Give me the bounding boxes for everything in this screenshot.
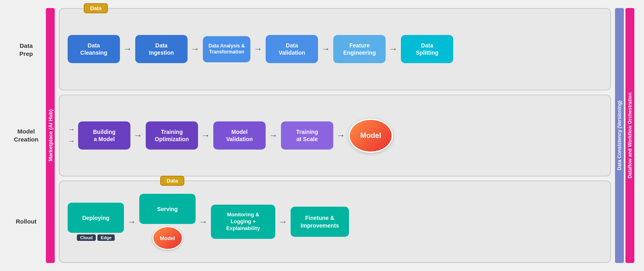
deploying-wrapper: Deploying Cloud Edge xyxy=(68,203,124,241)
model-ellipse-rollout: Model xyxy=(153,226,183,250)
edge-badge: Edge xyxy=(97,234,115,241)
data-badge-prep: Data xyxy=(84,3,108,13)
model-creation-row: → → Buildinga Model → TrainingOptimizati… xyxy=(59,94,611,177)
arrow-9: → xyxy=(336,130,345,141)
arrow-2: → xyxy=(191,44,200,54)
versioning-label: Data Consistency (Versioning) xyxy=(617,101,622,170)
step-data-ingestion: DataIngestion xyxy=(135,35,188,63)
left-labels: Data Prep Model Creation Rollout xyxy=(8,5,44,266)
step-model-validation: ModelValidation xyxy=(213,121,266,150)
data-badge-rollout: Data xyxy=(160,176,184,186)
model-ellipse-creation: Model xyxy=(349,119,393,153)
step-training-scale: Trainingat Scale xyxy=(281,121,333,150)
arrow-4: → xyxy=(321,44,330,54)
label-model-creation: Model Creation xyxy=(8,94,44,176)
arrow-in-top: → xyxy=(68,125,75,134)
arrow-in-bottom: → xyxy=(68,137,75,146)
arrow-5: → xyxy=(389,44,398,54)
step-building-model: Buildinga Model xyxy=(78,121,130,150)
arrow-8: → xyxy=(269,130,278,141)
double-arrow-in: → → xyxy=(68,125,75,146)
deploy-badges: Cloud Edge xyxy=(77,234,115,241)
arrow-7: → xyxy=(201,130,210,141)
rollout-row: Data Deploying Cloud Edge → Serving Mode… xyxy=(59,181,611,263)
label-data-prep: Data Prep xyxy=(8,9,44,90)
step-deploying: Deploying xyxy=(68,203,124,233)
data-prep-row: Data DataCleansing → DataIngestion → Dat… xyxy=(59,8,611,90)
versioning-bar: Data Consistency (Versioning) xyxy=(615,8,624,263)
orchestration-bar: Dataflow and Workflow Orchestration xyxy=(625,8,634,263)
arrow-3: → xyxy=(254,44,262,54)
right-bars: Data Consistency (Versioning) Dataflow a… xyxy=(615,8,634,263)
marketplace-label: Marketplace (AI Hub) xyxy=(47,109,54,161)
step-data-validation: DataValidation xyxy=(266,35,318,63)
step-data-cleansing: DataCleansing xyxy=(68,35,120,63)
cloud-badge: Cloud xyxy=(77,234,96,241)
step-finetune: Finetune &Improvements xyxy=(291,207,349,237)
step-data-splitting: DataSplitting xyxy=(401,35,453,63)
serving-wrapper: Serving Model xyxy=(139,194,196,250)
marketplace-bar: Marketplace (AI Hub) xyxy=(46,8,55,263)
center-content: Data DataCleansing → DataIngestion → Dat… xyxy=(56,5,613,266)
arrow-11: → xyxy=(199,217,208,227)
step-monitoring: Monitoring &Logging +Explainability xyxy=(211,205,275,239)
arrow-10: → xyxy=(127,217,136,227)
arrow-1: → xyxy=(123,44,132,54)
arrow-12: → xyxy=(279,217,287,227)
step-serving: Serving xyxy=(139,194,196,224)
step-data-analysis: Data Analysis &Transformation xyxy=(203,36,250,62)
label-rollout: Rollout xyxy=(8,181,44,262)
orchestration-label: Dataflow and Workflow Orchestration xyxy=(627,92,633,179)
step-feature-engineering: FeatureEngineering xyxy=(333,35,386,63)
main-container: Data Prep Model Creation Rollout Marketp… xyxy=(8,5,636,266)
arrow-6: → xyxy=(134,130,142,141)
step-training-optimization: TrainingOptimization xyxy=(146,121,198,150)
